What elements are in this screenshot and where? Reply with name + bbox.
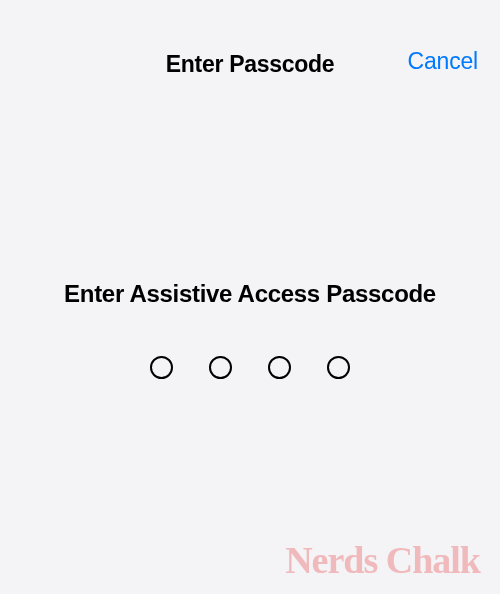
page-title: Enter Passcode xyxy=(166,51,334,78)
passcode-dot xyxy=(150,356,173,379)
navbar: Enter Passcode Cancel xyxy=(0,0,500,80)
passcode-dots-container xyxy=(150,356,350,379)
cancel-button[interactable]: Cancel xyxy=(408,48,478,75)
passcode-content: Enter Assistive Access Passcode xyxy=(0,80,500,379)
passcode-dot xyxy=(327,356,350,379)
watermark-text: Nerds Chalk xyxy=(285,538,480,582)
passcode-dot xyxy=(268,356,291,379)
passcode-prompt: Enter Assistive Access Passcode xyxy=(64,280,436,308)
passcode-dot xyxy=(209,356,232,379)
